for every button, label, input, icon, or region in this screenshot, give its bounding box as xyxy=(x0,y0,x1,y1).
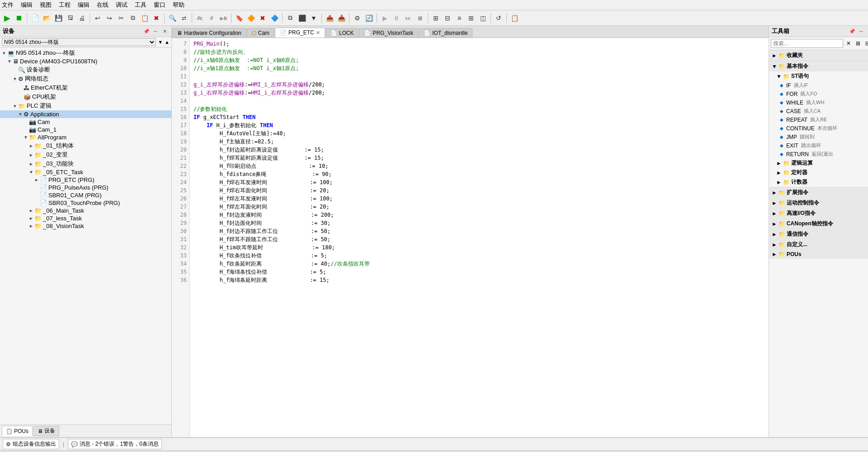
item-if[interactable]: ◆ IF 插入IF xyxy=(769,81,868,90)
menu-edit[interactable]: 编辑 xyxy=(21,1,33,9)
tree-item-cam[interactable]: 📷 Cam xyxy=(0,118,171,126)
section-extend-header[interactable]: ► 📁 扩展指令 xyxy=(769,187,868,198)
subsection-st-header[interactable]: ▼ 📁 ST语句 xyxy=(769,71,868,81)
pous-tab-btn[interactable]: 📋 POUs xyxy=(2,426,33,436)
item-exit[interactable]: ◆ EXIT 跳出循环 xyxy=(769,141,868,150)
panel-close-btn[interactable]: ✕ xyxy=(160,27,169,35)
pause-button[interactable]: ⏸ xyxy=(391,13,402,24)
item-return[interactable]: ◆ RETURN 返回(退出 xyxy=(769,150,868,158)
bookmark2-button[interactable]: 🔶 xyxy=(245,13,256,24)
delete-button[interactable]: ✖ xyxy=(151,13,162,24)
tab-lock[interactable]: 📄 LOCK xyxy=(326,28,359,38)
grid2-button[interactable]: ⊟ xyxy=(442,13,453,24)
uncomment-button[interactable]: // xyxy=(206,13,217,24)
refresh-button[interactable]: 🔄 xyxy=(363,13,374,24)
align-button[interactable]: ≡ xyxy=(454,13,465,24)
tree-item-sbr03[interactable]: 📄 SBR03_TouchProbe (PRG) xyxy=(0,199,171,207)
tree-item-prgetc[interactable]: ► 📄 PRG_ETC (PRG) xyxy=(0,176,171,184)
search-filter-icon[interactable]: ⊟ xyxy=(863,39,868,48)
tree-item-sbr01[interactable]: 📄 SBR01_CAM (PRG) xyxy=(0,191,171,199)
tree-item-func03[interactable]: ► 📁 _03_功能块 xyxy=(0,159,171,168)
marker2-button[interactable]: 🔷 xyxy=(269,13,280,24)
section-custom-header[interactable]: ► 📁 自定义... xyxy=(769,239,868,250)
tab-cam[interactable]: ⬡ Cam xyxy=(247,28,274,38)
search-clear-icon[interactable]: ✕ xyxy=(844,39,853,48)
item-for[interactable]: ◆ FOR 插入FO xyxy=(769,90,868,98)
play-button[interactable]: ▶ xyxy=(379,13,390,24)
tree-item-ethercat[interactable]: 🖧 EtherCAT机架 xyxy=(0,83,171,92)
step-button[interactable]: ⏭ xyxy=(403,13,414,24)
tree-item-app[interactable]: ▼ ⚙ Application xyxy=(0,110,171,118)
print-button[interactable]: 🖨 xyxy=(76,13,87,24)
tab-iot[interactable]: 📄 IOT_dismantle xyxy=(419,28,472,38)
right-collapse-btn[interactable]: ─ xyxy=(857,27,865,35)
find-button[interactable]: 🔍 xyxy=(167,13,178,24)
copy-button[interactable]: ⧉ xyxy=(127,13,138,24)
tree-item-cpu[interactable]: 📦 CPU机架 xyxy=(0,92,171,101)
device-tab-btn[interactable]: 🖥 设备 xyxy=(33,426,59,436)
section-pous-header[interactable]: ► 📁 POUs xyxy=(769,250,868,259)
tree-item-prgpulse[interactable]: 📄 PRG_PulseAxis (PRG) xyxy=(0,184,171,191)
panel-pin-btn[interactable]: 📌 xyxy=(142,27,151,35)
search-icon[interactable]: ⊞ xyxy=(854,39,863,48)
tree-item-network[interactable]: ▼ ⚙ 网络组态 xyxy=(0,74,171,83)
code-content[interactable]: PRG_Main(); //旋转步进方向反向、 //i_x轴0原点触发 :=NO… xyxy=(190,38,769,437)
item-case[interactable]: ◆ CASE 插入CA xyxy=(769,107,868,115)
tab-hw[interactable]: 🖥 Hardware Configuration xyxy=(172,28,246,38)
right-pin-btn[interactable]: 📌 xyxy=(848,27,856,35)
tree-item-plc[interactable]: ▼ 📁 PLC 逻辑 xyxy=(0,101,171,110)
menu-edit2[interactable]: 编辑 xyxy=(78,1,90,9)
section-highio-header[interactable]: ► 📁 高速I/O指令 xyxy=(769,208,868,219)
menu-window[interactable]: 窗口 xyxy=(154,1,165,9)
undo-button[interactable]: ↩ xyxy=(92,13,103,24)
section-motion-header[interactable]: ► 📁 运动控制指令 xyxy=(769,198,868,208)
redo-button[interactable]: ↪ xyxy=(104,13,115,24)
tree-item-cam1[interactable]: 📷 Cam_1 xyxy=(0,126,171,133)
log-button[interactable]: 📋 xyxy=(509,13,520,24)
settings-button[interactable]: ⚙ xyxy=(352,13,363,24)
run-button[interactable]: ▶ xyxy=(2,13,13,24)
tree-item-var02[interactable]: ► 📁 _02_变里 xyxy=(0,150,171,159)
cut-button[interactable]: ✂ xyxy=(116,13,127,24)
tab-prgvision[interactable]: 📄 PRG_VisionTask xyxy=(359,28,418,38)
tab-prgetc[interactable]: 📄 PRG_ETC ✕ xyxy=(275,28,325,38)
stop-button[interactable]: ⏹ xyxy=(14,13,24,24)
panel-collapse-btn[interactable]: ─ xyxy=(151,27,160,35)
save2-button[interactable]: 🖫 xyxy=(65,13,75,24)
scroll-up-btn[interactable]: ▲ xyxy=(165,39,170,45)
menu-help[interactable]: 帮助 xyxy=(173,1,184,9)
save-button[interactable]: 💾 xyxy=(53,13,64,24)
down-button[interactable]: ▼ xyxy=(308,13,319,24)
tree-item-device[interactable]: ▼ 🖥 Device (AM403-CPU1608TN) xyxy=(0,57,171,65)
tree-item-allprogram[interactable]: ▼ 📁 AllProgram xyxy=(0,133,171,141)
tree-item-n95[interactable]: ▼ 💻 N95 0514 zhou----终版 xyxy=(0,48,171,57)
action-section[interactable]: ⚙ 组态设备信息输出 xyxy=(3,439,59,449)
open-button[interactable]: 📂 xyxy=(41,13,52,24)
ab-button[interactable]: a-b xyxy=(218,13,229,24)
section-favorites-header[interactable]: ► 📁 收藏夹 xyxy=(769,50,868,61)
menu-file[interactable]: 文件 xyxy=(2,1,14,9)
device-selector[interactable]: N95 0514 zhou----终版 xyxy=(2,38,156,46)
menu-debug[interactable]: 调试 xyxy=(116,1,127,9)
menu-online[interactable]: 在线 xyxy=(97,1,108,9)
tab-prgetc-close[interactable]: ✕ xyxy=(316,30,320,36)
message-section[interactable]: 💬 消息 - 2个错误，1警告，0条消息 xyxy=(68,439,162,449)
copy2-button[interactable]: ⧉ xyxy=(285,13,296,24)
menu-view[interactable]: 视图 xyxy=(40,1,52,9)
comment-button[interactable]: //c xyxy=(194,13,205,24)
paste-button[interactable]: 📋 xyxy=(139,13,150,24)
tree-item-diag[interactable]: 🔍 设备诊断 xyxy=(0,65,171,74)
menu-tools[interactable]: 工具 xyxy=(135,1,146,9)
align3-button[interactable]: ◫ xyxy=(477,13,488,24)
findall-button[interactable]: ⇄ xyxy=(179,13,189,24)
grid-button[interactable]: ⊞ xyxy=(430,13,441,24)
section-canopen-header[interactable]: ► 📁 CANopen轴控指令 xyxy=(769,219,868,229)
item-jmp[interactable]: ◆ JMP 跳转到 xyxy=(769,133,868,141)
align2-button[interactable]: ⊞ xyxy=(466,13,476,24)
tree-item-etc05[interactable]: ▼ 📁 _05_ETC_Task xyxy=(0,168,171,176)
item-repeat[interactable]: ◆ REPEAT 插入RE xyxy=(769,115,868,124)
import-button[interactable]: 📥 xyxy=(336,13,347,24)
marker-button[interactable]: ✖ xyxy=(257,13,268,24)
subsection-timer-header[interactable]: ► 📁 定时器 xyxy=(769,168,868,177)
bookmark-button[interactable]: 🔖 xyxy=(234,13,245,24)
